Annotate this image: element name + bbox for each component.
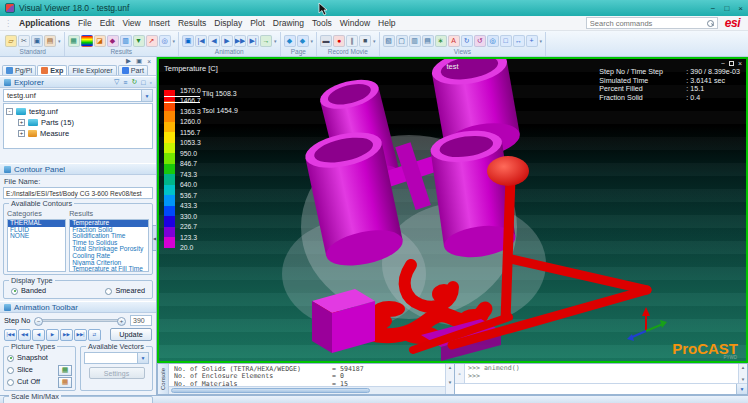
refresh-icon[interactable]: ↻ xyxy=(131,78,137,86)
center-icon[interactable]: ◎ xyxy=(487,35,499,47)
pause-icon[interactable]: ∥ xyxy=(346,35,358,47)
file-name-field[interactable]: E:/Installs/ESI/Test/Body CG 3-600 Rev08… xyxy=(3,187,153,199)
python-input[interactable] xyxy=(455,385,736,393)
slider-plus-icon[interactable]: + xyxy=(117,317,126,326)
tree-item-measure[interactable]: +Measure xyxy=(6,128,150,139)
toolbar-caret-icon[interactable]: ▾ xyxy=(173,38,176,44)
vectors-combo[interactable]: ▼ xyxy=(84,352,149,364)
scroll-down-icon[interactable]: ▼ xyxy=(741,377,745,382)
console-hscrollbar[interactable] xyxy=(169,386,445,394)
viewport-minimize-icon[interactable]: − xyxy=(721,60,725,67)
step-value-field[interactable]: 390 xyxy=(130,315,152,326)
filter-icon[interactable]: ▽ xyxy=(114,78,119,86)
category-fluid[interactable]: FLUID xyxy=(8,227,65,234)
menu-view[interactable]: View xyxy=(118,18,144,28)
search-icon[interactable] xyxy=(707,20,714,27)
loop-button[interactable]: ⇄ xyxy=(88,329,101,341)
zoom-area-icon[interactable]: □ xyxy=(500,35,512,47)
menu-results[interactable]: Results xyxy=(174,18,210,28)
result-cooling-rate[interactable]: Cooling Rate xyxy=(70,253,148,260)
rewind-button[interactable]: ◀◀ xyxy=(18,329,31,341)
viewport-close-icon[interactable]: × xyxy=(738,60,742,67)
float-icon[interactable]: ▣ xyxy=(136,57,142,65)
export-icon[interactable]: ▼ xyxy=(133,35,145,47)
step-slider[interactable]: − + xyxy=(38,319,122,322)
pan-icon[interactable]: + xyxy=(526,35,538,47)
toolbar-caret-icon[interactable]: ▾ xyxy=(540,38,543,44)
copy-icon[interactable]: ▣ xyxy=(31,35,43,47)
rotate-icon[interactable]: ↻ xyxy=(461,35,473,47)
axis-icon[interactable]: ∗ xyxy=(435,35,447,47)
step-forward-icon[interactable]: ▶▶ xyxy=(234,35,246,47)
probe-icon[interactable]: ◎ xyxy=(159,35,171,47)
radio-icon[interactable] xyxy=(11,288,18,295)
toolbar-caret-icon[interactable]: ▾ xyxy=(373,38,376,44)
slice-tool-button[interactable]: ▦ xyxy=(58,365,72,376)
view-side-icon[interactable]: ▥ xyxy=(409,35,421,47)
menu-file[interactable]: File xyxy=(74,18,96,28)
page-next-icon[interactable]: ◆ xyxy=(297,35,309,47)
result-total-shrinkage-porosity[interactable]: Total Shrinkage Porosity xyxy=(70,246,148,253)
close-icon[interactable]: × xyxy=(738,4,743,13)
chevron-down-icon[interactable]: ▼ xyxy=(137,353,148,363)
view-front-icon[interactable]: ▢ xyxy=(396,35,408,47)
tree-expander-icon[interactable]: - xyxy=(6,108,13,115)
viewport-3d[interactable]: test − × Step No / Time Step: 390 / 8.39… xyxy=(157,57,748,363)
open-results-icon[interactable]: ▦ xyxy=(68,35,80,47)
view-top-icon[interactable]: ▤ xyxy=(422,35,434,47)
python-scrollbar[interactable]: ▲ ▼ xyxy=(738,364,747,383)
category-thermal[interactable]: THERMAL xyxy=(8,220,65,227)
maximize-icon[interactable]: □ xyxy=(724,4,729,13)
update-button[interactable]: Update xyxy=(110,328,152,341)
tree-expander-icon[interactable]: + xyxy=(18,119,25,126)
step-back-icon[interactable]: ◀ xyxy=(208,35,220,47)
section-icon[interactable]: ◪ xyxy=(94,35,106,47)
toolbar-caret-icon[interactable]: ▾ xyxy=(274,38,277,44)
panel-close-icon[interactable]: × xyxy=(147,58,151,65)
menu-drawing[interactable]: Drawing xyxy=(269,18,308,28)
tree-expander-icon[interactable]: + xyxy=(18,130,25,137)
result-solidification-time[interactable]: Solidification Time xyxy=(70,233,148,240)
first-frame-icon[interactable]: |◀ xyxy=(195,35,207,47)
chart-icon[interactable]: ▥ xyxy=(120,35,132,47)
radio-icon[interactable] xyxy=(7,367,14,374)
sort-icon[interactable]: ≡ xyxy=(123,79,127,86)
open-file-icon[interactable]: ▱ xyxy=(5,35,17,47)
tab-exp[interactable]: Exp xyxy=(37,65,67,75)
radio-picture-type-snapshot[interactable]: Snapshot xyxy=(7,352,72,364)
scroll-down-icon[interactable]: ▼ xyxy=(448,380,452,385)
cut-off-tool-button[interactable]: ▦ xyxy=(58,377,72,388)
fit-icon[interactable]: ↔ xyxy=(513,35,525,47)
tab-file-explorer[interactable]: File Explorer xyxy=(68,65,116,75)
radio-picture-type-cut-off[interactable]: Cut Off▦ xyxy=(7,376,72,388)
result-fraction-solid[interactable]: Fraction Solid xyxy=(70,227,148,234)
menu-help[interactable]: Help xyxy=(374,18,399,28)
viewport-restore-icon[interactable] xyxy=(729,61,734,66)
stop-icon[interactable]: ■ xyxy=(359,35,371,47)
result-temperature[interactable]: Temperature xyxy=(70,220,148,227)
menu-insert[interactable]: Insert xyxy=(145,18,174,28)
menu-display[interactable]: Display xyxy=(210,18,246,28)
toolbar-caret-icon[interactable]: ▾ xyxy=(58,38,61,44)
menu-plot[interactable]: Plot xyxy=(246,18,269,28)
fast-forward-button[interactable]: ▶▶| xyxy=(74,329,87,341)
iso-surface-icon[interactable]: ◆ xyxy=(107,35,119,47)
console-scrollbar[interactable]: ▲ ▼ xyxy=(445,364,454,394)
scroll-up-icon[interactable]: ▲ xyxy=(741,365,745,370)
record-icon[interactable]: ● xyxy=(333,35,345,47)
menu-tools[interactable]: Tools xyxy=(308,18,336,28)
tab-pg-pl[interactable]: Pg/Pl xyxy=(2,65,36,75)
tab-part[interactable]: Part xyxy=(118,65,148,75)
paste-icon[interactable]: ▤ xyxy=(44,35,56,47)
radio-icon[interactable] xyxy=(7,355,14,362)
last-frame-icon[interactable]: ▶| xyxy=(247,35,259,47)
play-icon[interactable]: ▶ xyxy=(221,35,233,47)
settings-button[interactable]: Settings xyxy=(89,367,145,379)
movie-icon[interactable]: ▬ xyxy=(320,35,332,47)
minimize-icon[interactable]: − xyxy=(711,4,716,13)
vector-icon[interactable]: ↗ xyxy=(146,35,158,47)
new-window-icon[interactable]: □ xyxy=(141,79,145,86)
menu-window[interactable]: Window xyxy=(336,18,374,28)
model-combo[interactable]: testg.unf ▼ xyxy=(3,89,153,102)
export-animation-icon[interactable]: → xyxy=(260,35,272,47)
